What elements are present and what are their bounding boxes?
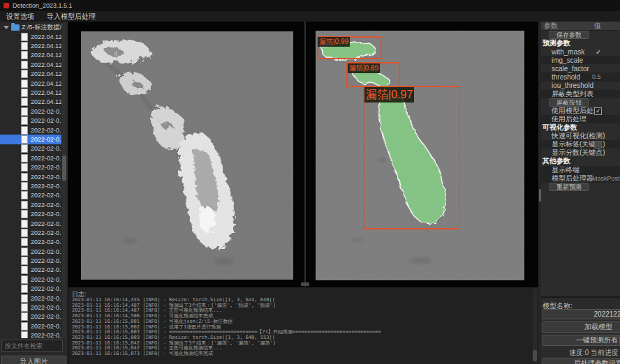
parameter-name[interactable]: with_mask <box>552 48 584 56</box>
title-bar: Detection_2023.1.5.1 <box>0 0 620 11</box>
tree-item-file[interactable]: 2022-02-0... <box>0 107 61 116</box>
tree-item-label: 2022.04.12... <box>31 89 61 96</box>
image-viewers: 漏箔|0.99 漏箔|0.89 漏箔|0.97 <box>68 22 538 287</box>
tree-item-file[interactable]: 2022-02-0... <box>0 228 61 237</box>
file-icon <box>21 163 28 172</box>
menu-import-postprocess[interactable]: 导入模型后处理 <box>40 12 102 22</box>
tree-item-file[interactable]: 2022-02-0... <box>0 126 61 135</box>
parameter-row[interactable]: img_scale <box>541 56 620 64</box>
tree-item-file[interactable]: 2022-02-0... <box>0 144 61 153</box>
tree-item-file[interactable]: 2022-02-0... <box>0 312 61 321</box>
tree-item-file[interactable]: 2022-02-0... <box>0 116 61 126</box>
tree-item-file[interactable]: 2022.04.12... <box>0 60 61 69</box>
file-icon <box>21 238 28 246</box>
parameter-value[interactable]: 0.5 <box>592 73 601 80</box>
tree-item-label: 2022-02-0... <box>31 285 61 292</box>
window-title: Detection_2023.1.5.1 <box>13 2 73 9</box>
tree-item-file[interactable]: 2022.04.12... <box>0 51 61 60</box>
parameter-value[interactable]: ✓ <box>596 48 601 55</box>
tree-item-file[interactable]: 2022-02-0... <box>0 135 61 144</box>
parameter-row[interactable]: 模型后处理器 MaskPostPro <box>541 174 620 183</box>
file-icon <box>21 248 28 256</box>
file-icon <box>21 79 28 88</box>
parameter-value[interactable]: MaskPostPro <box>592 175 620 182</box>
parameter-table-header: 参数 值 <box>541 22 620 31</box>
postprocess-settings-button[interactable]: 后处理参数设置 <box>542 358 620 364</box>
tree-item-label: 2022.04.12... <box>31 80 61 87</box>
tree-root[interactable]: Z:/5-标注数据/... <box>0 23 61 32</box>
speed-progress-text: 速度:0 当前进度 <box>541 348 619 358</box>
tree-item-label: 2022-02-0... <box>31 145 61 152</box>
tree-item-file[interactable]: 2022.04.12... <box>0 70 61 79</box>
tree-item-label: 2022.04.12... <box>31 98 61 105</box>
log-scrollbar[interactable] <box>533 289 537 363</box>
tree-scrollbar[interactable] <box>62 23 66 338</box>
tree-item-file[interactable]: 2022-02-0... <box>0 181 61 190</box>
tree-root-label: Z:/5-标注数据/... <box>22 23 61 32</box>
tree-item-file[interactable]: 2022-02-0... <box>0 294 61 303</box>
tree-item-file[interactable]: 2022.04.12... <box>0 98 61 107</box>
tree-item-file[interactable]: 2022-02-0... <box>0 247 61 256</box>
import-images-button[interactable]: 导入图片 <box>1 356 66 364</box>
parameter-rows: 保存参数 预测参数 with_mask ✓ img_scale <box>541 31 620 191</box>
tree-item-file[interactable]: 2022-02-0... <box>0 266 61 275</box>
file-icon <box>21 33 28 41</box>
tree-item-file[interactable]: 2022-02-0... <box>0 191 61 200</box>
tree-item-file[interactable]: 2022-02-0... <box>0 238 61 247</box>
file-icon <box>21 285 28 293</box>
tree-item-label: 2022-02-0... <box>31 238 61 245</box>
log-console: 日志: 2023-01-11 16:16:14,435 |INFO| - Res… <box>68 287 538 364</box>
tree-item-label: 2022-02-0... <box>31 174 61 181</box>
menu-settings[interactable]: 设置选项 <box>0 12 40 22</box>
tree-item-file[interactable]: 2022.04.12... <box>0 32 61 41</box>
parameter-name[interactable]: 屏蔽类型列表 <box>552 89 593 99</box>
log-lines[interactable]: 2023-01-11 16:16:14,435 |INFO| - Resize:… <box>72 298 529 363</box>
load-model-button[interactable]: 加载模型 <box>542 321 620 333</box>
tree-item-file[interactable]: 2022.04.12... <box>0 79 61 88</box>
parameter-name[interactable]: img_scale <box>552 56 583 64</box>
tree-item-label: 2022-02-0... <box>31 229 61 236</box>
parameter-row[interactable]: with_mask ✓ <box>541 47 620 56</box>
tree-item-file[interactable]: 2022-02-0... <box>0 172 61 181</box>
tree-item-file[interactable]: 2022-02-0... <box>0 162 61 172</box>
parameter-value[interactable]: ✓ <box>594 107 602 115</box>
tree-item-label: 2022-02-0... <box>31 257 61 264</box>
parameter-row[interactable]: 屏蔽类型列表 <box>541 90 620 98</box>
tree-item-file[interactable]: 2022-02-0... <box>0 321 61 331</box>
parameter-name[interactable]: scale_factor <box>552 65 589 73</box>
tree-item-file[interactable]: 2022-02-0... <box>0 285 61 294</box>
tree-item-file[interactable]: 2022.04.12... <box>0 88 61 97</box>
tree-item-file[interactable]: 2022-02-0... <box>0 303 61 312</box>
tree-item-file[interactable]: 2022-02-0... <box>0 209 61 218</box>
tree-item-file[interactable]: 2022-02-0... <box>0 331 61 339</box>
tree-item-label: 2022-02-0... <box>31 248 61 255</box>
viewer-splitter-grip[interactable] <box>301 282 309 286</box>
file-icon <box>21 201 28 209</box>
viewer-splitter[interactable] <box>304 22 306 287</box>
parameter-row[interactable]: scale_factor <box>541 64 620 73</box>
parameter-row[interactable]: 重新预测 <box>541 183 620 191</box>
tree-item-file[interactable]: 2022-02-0... <box>0 200 61 209</box>
tree-item-file[interactable]: 2022-02-0... <box>0 275 61 284</box>
tree-item-file[interactable]: 2022-02-0... <box>0 256 61 265</box>
prediction-image[interactable] <box>316 31 524 280</box>
parameter-name[interactable]: 重新预测 <box>549 183 589 191</box>
tree-scrollbar-thumb[interactable] <box>62 156 66 181</box>
file-icon <box>21 229 28 237</box>
source-image[interactable] <box>81 31 293 280</box>
parameter-name[interactable]: 预测参数 <box>542 38 570 48</box>
parameter-row[interactable]: threshold 0.5 <box>541 73 620 81</box>
tree-item-file[interactable]: 2022.04.12... <box>0 41 61 50</box>
parameter-name[interactable]: threshold <box>552 73 580 81</box>
log-scrollbar-thumb[interactable] <box>533 350 537 361</box>
parameter-name[interactable]: iou_threshold <box>552 82 593 89</box>
tree-item-label: 2022-02-0... <box>31 164 61 171</box>
tree-item-file[interactable]: 2022-02-0... <box>0 153 61 162</box>
tree-item-label: 2022.04.12... <box>31 52 61 59</box>
parameter-name[interactable]: 模型后处理器 <box>552 174 593 183</box>
tree-item-file[interactable]: 2022-02-0... <box>0 219 61 228</box>
parameter-row[interactable]: 预测参数 <box>541 39 620 47</box>
filename-search-input[interactable] <box>1 340 63 352</box>
model-name-field[interactable]: 20221225_174813 <box>542 309 620 319</box>
predict-all-button[interactable]: 一键预测所有 <box>542 335 620 346</box>
